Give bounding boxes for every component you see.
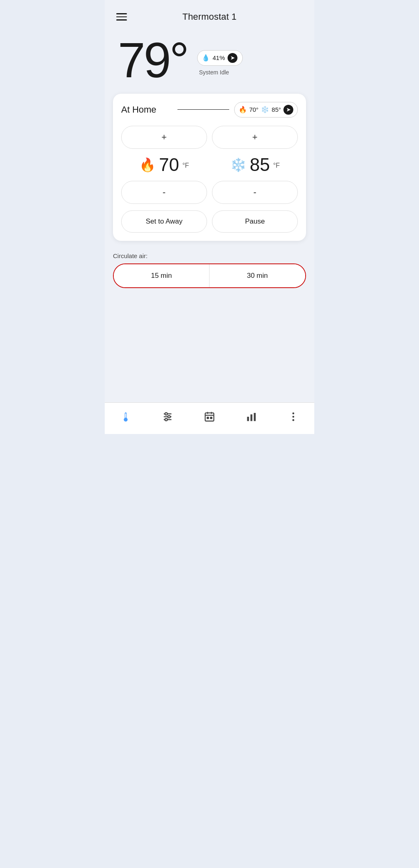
page-title: Thermostat 1 (182, 12, 237, 22)
temp-range-badge[interactable]: 🔥 70° ❄️ 85° ➤ (234, 102, 298, 118)
heat-control-column: + 🔥 70 °F - (121, 126, 207, 204)
nav-item-thermostat[interactable] (113, 409, 138, 424)
more-dots-icon (288, 411, 299, 422)
content-spacer (105, 295, 314, 403)
bar-chart-icon (246, 411, 257, 422)
svg-rect-2 (125, 413, 126, 418)
cool-icon-large: ❄️ (230, 157, 246, 173)
app-container: Thermostat 1 79° 💧 41% ➤ System Idle At … (105, 0, 314, 434)
heat-decrease-button[interactable]: - (121, 181, 207, 204)
svg-rect-16 (251, 414, 253, 421)
svg-point-19 (292, 416, 295, 418)
thermometer-icon (120, 411, 131, 422)
menu-button[interactable] (115, 12, 129, 22)
heat-icon-small: 🔥 (239, 106, 247, 113)
mode-label: At Home (121, 104, 173, 115)
nav-item-stats[interactable] (239, 409, 264, 424)
controls-grid: + 🔥 70 °F - + ❄️ 85 °F - (121, 126, 298, 204)
svg-point-6 (165, 413, 168, 415)
circulate-15min-button[interactable]: 15 min (114, 264, 210, 287)
sliders-icon (162, 411, 173, 422)
humidity-arrow-icon[interactable]: ➤ (228, 53, 237, 63)
current-temperature: 79° (118, 35, 187, 85)
calendar-icon (204, 411, 215, 422)
mode-line (177, 109, 229, 110)
heat-temp-unit: °F (182, 162, 189, 169)
pause-button[interactable]: Pause (212, 210, 298, 233)
circulate-air-buttons: 15 min 30 min (113, 263, 306, 288)
svg-rect-17 (254, 413, 256, 421)
svg-rect-14 (210, 417, 212, 419)
action-buttons: Set to Away Pause (121, 210, 298, 233)
svg-point-8 (165, 418, 168, 421)
temperature-info: 💧 41% ➤ System Idle (197, 35, 242, 76)
cool-temperature-value: 85 (250, 155, 270, 175)
system-status: System Idle (199, 69, 229, 76)
humidity-value: 41% (212, 54, 225, 61)
circulate-air-label: Circulate air: (113, 252, 306, 259)
set-to-away-button[interactable]: Set to Away (121, 210, 207, 233)
cool-temp-display: ❄️ 85 °F (230, 153, 280, 177)
heat-increase-button[interactable]: + (121, 126, 207, 149)
menu-line-1 (116, 13, 127, 14)
bottom-navigation (105, 402, 314, 434)
svg-point-1 (124, 418, 127, 421)
humidity-icon: 💧 (202, 54, 210, 62)
card-header: At Home 🔥 70° ❄️ 85° ➤ (121, 102, 298, 118)
at-home-card: At Home 🔥 70° ❄️ 85° ➤ + 🔥 70 °F - (113, 94, 306, 241)
svg-point-18 (292, 413, 295, 415)
svg-rect-15 (247, 417, 249, 421)
cool-badge-temp: 85° (272, 106, 281, 113)
nav-item-more[interactable] (281, 409, 306, 424)
cool-icon-small: ❄️ (261, 106, 269, 113)
menu-line-2 (116, 16, 127, 18)
circulate-air-section: Circulate air: 15 min 30 min (105, 246, 314, 295)
heat-icon-large: 🔥 (139, 157, 156, 173)
temperature-section: 79° 💧 41% ➤ System Idle (105, 27, 314, 89)
cool-decrease-button[interactable]: - (212, 181, 298, 204)
nav-item-schedule[interactable] (197, 409, 222, 424)
humidity-badge[interactable]: 💧 41% ➤ (197, 50, 242, 66)
svg-rect-13 (207, 417, 209, 419)
cool-control-column: + ❄️ 85 °F - (212, 126, 298, 204)
range-arrow-icon[interactable]: ➤ (283, 105, 293, 115)
circulate-30min-button[interactable]: 30 min (210, 264, 305, 287)
heat-badge-temp: 70° (249, 106, 259, 113)
cool-temp-unit: °F (273, 162, 280, 169)
heat-temp-display: 🔥 70 °F (139, 153, 189, 177)
header: Thermostat 1 (105, 0, 314, 27)
svg-point-20 (292, 419, 295, 421)
nav-item-settings[interactable] (155, 409, 180, 424)
menu-line-3 (116, 19, 127, 21)
svg-rect-9 (205, 413, 214, 421)
svg-point-7 (168, 416, 170, 418)
cool-increase-button[interactable]: + (212, 126, 298, 149)
heat-temperature-value: 70 (159, 155, 179, 175)
